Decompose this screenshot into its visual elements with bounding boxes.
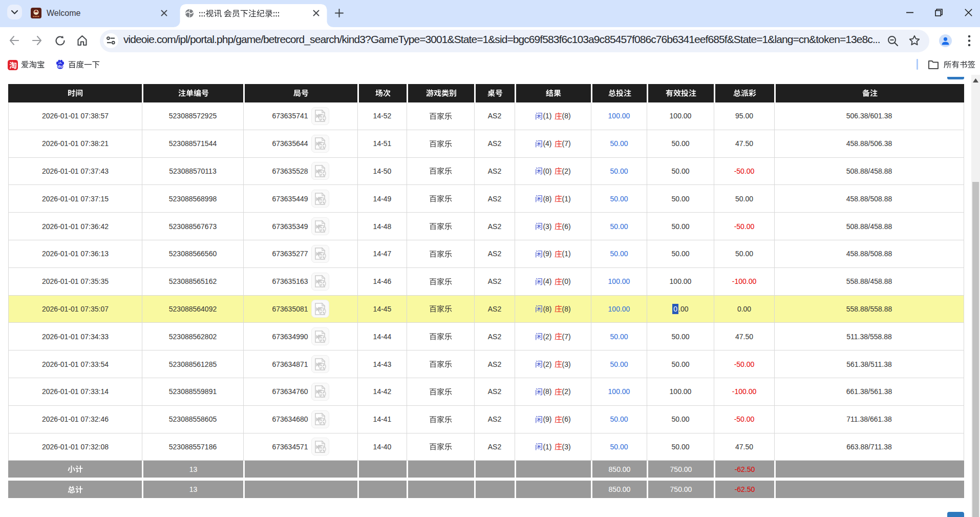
svg-text:du: du bbox=[58, 64, 63, 69]
